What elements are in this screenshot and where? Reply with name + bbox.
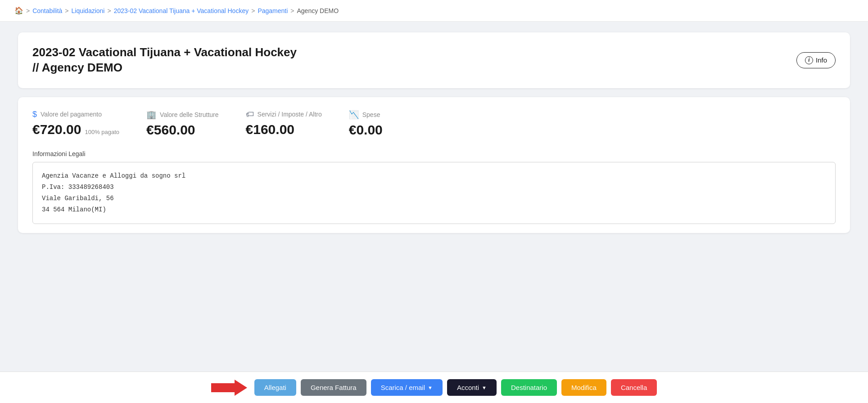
stat-spese-label: Spese bbox=[362, 111, 380, 118]
breadcrumb-sep-3: > bbox=[251, 7, 255, 14]
stat-strutture-value: €560.00 bbox=[146, 122, 218, 138]
stat-strutture: 🏢 Valore delle Strutture €560.00 bbox=[146, 110, 218, 138]
info-button[interactable]: i Info bbox=[796, 52, 836, 68]
legal-section: Informazioni Legali Agenzia Vacanze e Al… bbox=[32, 150, 836, 224]
legal-section-label: Informazioni Legali bbox=[32, 150, 836, 157]
scarica-dropdown-caret: ▼ bbox=[428, 385, 433, 390]
breadcrumb-current: Agency DEMO bbox=[297, 7, 339, 14]
stat-servizi: 🏷 Servizi / Imposte / Altro €160.00 bbox=[246, 110, 322, 138]
destinatario-label: Destinatario bbox=[511, 384, 547, 391]
breadcrumb-sep-2: > bbox=[107, 7, 111, 14]
allegati-button[interactable]: Allegati bbox=[254, 379, 296, 396]
legal-line-3: Viale Garibaldi, 56 bbox=[42, 193, 826, 204]
acconti-button[interactable]: Acconti ▼ bbox=[447, 379, 497, 396]
cancella-label: Cancella bbox=[621, 384, 647, 391]
stat-pagamento-label-row: $ Valore del pagamento bbox=[32, 110, 119, 119]
stat-pagamento: $ Valore del pagamento €720.00 100% paga… bbox=[32, 110, 119, 138]
tag-icon: 🏷 bbox=[246, 110, 254, 119]
breadcrumb-liquidazioni[interactable]: Liquidazioni bbox=[72, 7, 105, 14]
stats-row: $ Valore del pagamento €720.00 100% paga… bbox=[32, 110, 836, 138]
legal-line-1: Agenzia Vacanze e Alloggi da sogno srl bbox=[42, 170, 826, 182]
stat-servizi-value: €160.00 bbox=[246, 122, 322, 137]
trend-icon: 📉 bbox=[349, 110, 359, 120]
stat-strutture-label: Valore delle Strutture bbox=[160, 111, 218, 118]
breadcrumb-pagamenti[interactable]: Pagamenti bbox=[258, 7, 288, 14]
legal-line-4: 34 564 Milano(MI) bbox=[42, 204, 826, 215]
legal-box: Agenzia Vacanze e Alloggi da sogno srl P… bbox=[32, 162, 836, 224]
dollar-icon: $ bbox=[32, 110, 37, 119]
breadcrumb-tour[interactable]: 2023-02 Vacational Tijuana + Vacational … bbox=[114, 7, 249, 14]
breadcrumb-sep-1: > bbox=[65, 7, 68, 14]
destinatario-button[interactable]: Destinatario bbox=[501, 379, 557, 396]
breadcrumb-sep-0: > bbox=[26, 7, 30, 14]
stat-servizi-label-row: 🏷 Servizi / Imposte / Altro bbox=[246, 110, 322, 119]
arrow-icon bbox=[211, 380, 247, 396]
stat-pagamento-badge: 100% pagato bbox=[85, 129, 119, 135]
stat-spese: 📉 Spese €0.00 bbox=[349, 110, 383, 138]
page-title: 2023-02 Vacational Tijuana + Vacational … bbox=[32, 45, 303, 76]
breadcrumb-contabilita[interactable]: Contabilità bbox=[32, 7, 62, 14]
cancella-button[interactable]: Cancella bbox=[611, 379, 657, 396]
main-content: 2023-02 Vacational Tijuana + Vacational … bbox=[0, 22, 868, 287]
info-button-label: Info bbox=[816, 56, 827, 64]
stat-spese-value: €0.00 bbox=[349, 122, 383, 138]
allegati-label: Allegati bbox=[264, 384, 286, 391]
svg-marker-0 bbox=[211, 380, 247, 396]
legal-line-2: P.Iva: 333489268403 bbox=[42, 182, 826, 193]
breadcrumb-sep-4: > bbox=[290, 7, 294, 14]
modifica-label: Modifica bbox=[571, 384, 597, 391]
genera-fattura-button[interactable]: Genera Fattura bbox=[301, 379, 366, 396]
arrow-indicator bbox=[211, 380, 247, 396]
breadcrumb: 🏠 > Contabilità > Liquidazioni > 2023-02… bbox=[0, 0, 868, 22]
building-icon: 🏢 bbox=[146, 110, 156, 120]
acconti-label: Acconti bbox=[457, 384, 479, 391]
genera-fattura-label: Genera Fattura bbox=[311, 384, 357, 391]
stat-spese-label-row: 📉 Spese bbox=[349, 110, 383, 120]
bottom-toolbar: Allegati Genera Fattura Scarica / email … bbox=[0, 372, 868, 403]
home-icon[interactable]: 🏠 bbox=[14, 6, 23, 15]
stat-pagamento-label: Valore del pagamento bbox=[41, 111, 102, 118]
info-icon: i bbox=[805, 56, 813, 64]
stat-pagamento-value: €720.00 100% pagato bbox=[32, 122, 119, 137]
title-card: 2023-02 Vacational Tijuana + Vacational … bbox=[18, 32, 850, 88]
stats-card: $ Valore del pagamento €720.00 100% paga… bbox=[18, 97, 850, 233]
acconti-dropdown-caret: ▼ bbox=[482, 385, 487, 390]
scarica-email-label: Scarica / email bbox=[381, 384, 425, 391]
stat-strutture-label-row: 🏢 Valore delle Strutture bbox=[146, 110, 218, 120]
stat-servizi-label: Servizi / Imposte / Altro bbox=[258, 111, 322, 118]
modifica-button[interactable]: Modifica bbox=[561, 379, 606, 396]
scarica-email-button[interactable]: Scarica / email ▼ bbox=[371, 379, 443, 396]
